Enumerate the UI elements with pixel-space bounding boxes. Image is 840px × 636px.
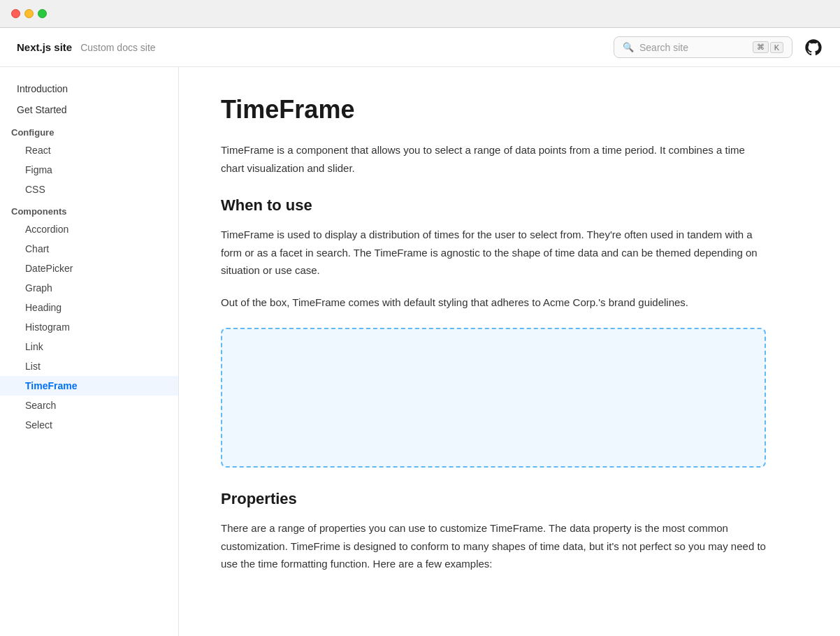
sidebar-item-select[interactable]: Select [0,415,178,435]
page-title: TimeFrame [221,95,766,124]
sidebar-item-link[interactable]: Link [0,337,178,356]
sidebar-item-chart[interactable]: Chart [0,239,178,259]
sidebar-item-timeframe[interactable]: TimeFrame [0,376,178,396]
content-area: TimeFrame TimeFrame is a component that … [179,67,808,636]
maximize-button[interactable] [38,9,47,18]
site-name: Next.js site [17,41,72,53]
sidebar-category-configure: Configure [0,120,178,140]
intro-text: TimeFrame is a component that allows you… [221,141,766,177]
sidebar-item-list[interactable]: List [0,356,178,376]
search-icon: 🔍 [623,42,634,52]
properties-heading: Properties [221,490,766,508]
sidebar-item-get-started[interactable]: Get Started [0,99,178,120]
demo-preview-box [221,328,766,468]
title-bar [0,0,840,28]
sidebar-item-datepicker[interactable]: DatePicker [0,259,178,278]
minimize-button[interactable] [24,9,34,18]
sidebar-item-histogram[interactable]: Histogram [0,317,178,337]
traffic-lights [11,9,47,18]
sidebar-item-figma[interactable]: Figma [0,160,178,180]
sidebar-item-graph[interactable]: Graph [0,278,178,298]
top-nav: Next.js site Custom docs site 🔍 Search s… [0,28,840,67]
brand-text: Out of the box, TimeFrame comes with def… [221,294,766,312]
close-button[interactable] [11,9,20,18]
k-key: K [770,42,783,53]
nav-right: 🔍 Search site ⌘ K [614,36,823,58]
sidebar-item-search[interactable]: Search [0,396,178,415]
sidebar-item-heading[interactable]: Heading [0,298,178,317]
sidebar-category-components: Components [0,199,178,219]
sidebar-item-react[interactable]: React [0,140,178,160]
search-shortcut: ⌘ K [753,41,783,53]
search-bar[interactable]: 🔍 Search site ⌘ K [614,36,792,58]
main-layout: Introduction Get Started Configure React… [0,67,840,636]
search-placeholder: Search site [639,42,747,53]
cmd-key: ⌘ [753,41,769,53]
site-subtitle: Custom docs site [80,42,155,53]
nav-brand: Next.js site Custom docs site [17,41,156,53]
properties-text: There are a range of properties you can … [221,519,766,573]
sidebar: Introduction Get Started Configure React… [0,67,179,636]
when-to-use-text: TimeFrame is used to display a distribut… [221,226,766,280]
sidebar-item-css[interactable]: CSS [0,180,178,199]
github-icon[interactable] [804,38,823,57]
sidebar-item-accordion[interactable]: Accordion [0,219,178,239]
when-to-use-heading: When to use [221,196,766,215]
sidebar-item-introduction[interactable]: Introduction [0,78,178,99]
